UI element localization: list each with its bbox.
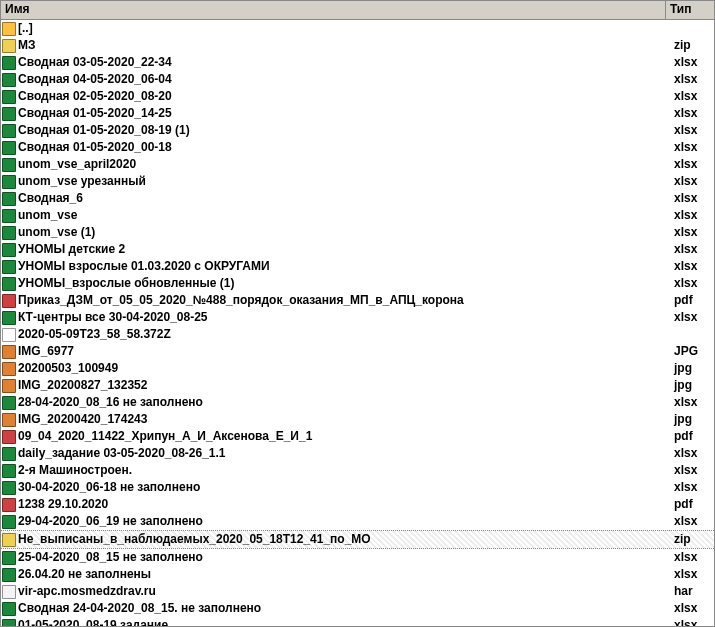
file-name: 25-04-2020_08_15 не заполнено [18, 549, 670, 566]
file-row[interactable]: Сводная 01-05-2020_14-25xlsx [1, 105, 714, 122]
file-type: xlsx [670, 258, 714, 275]
file-type: xlsx [670, 122, 714, 139]
file-row[interactable]: УНОМЫ детские 2xlsx [1, 241, 714, 258]
file-row[interactable]: Сводная 24-04-2020_08_15. не заполненоxl… [1, 600, 714, 617]
pdf-icon [2, 498, 16, 512]
file-name: 30-04-2020_06-18 не заполнено [18, 479, 670, 496]
file-row[interactable]: Не_выписаны_в_наблюдаемых_2020_05_18T12_… [1, 530, 714, 549]
file-type: jpg [670, 360, 714, 377]
up-icon [2, 22, 16, 36]
jpg-icon [2, 413, 16, 427]
column-headers: Имя Тип [1, 1, 714, 20]
file-row[interactable]: 09_04_2020_11422_Хрипун_А_И_Аксенова_Е_И… [1, 428, 714, 445]
file-type: xlsx [670, 462, 714, 479]
file-row[interactable]: daily_задание 03-05-2020_08-26_1.1xlsx [1, 445, 714, 462]
file-name: vir-apc.mosmedzdrav.ru [18, 583, 670, 600]
file-row[interactable]: unom_vse_april2020xlsx [1, 156, 714, 173]
xlsx-icon [2, 192, 16, 206]
file-row[interactable]: 30-04-2020_06-18 не заполненоxlsx [1, 479, 714, 496]
file-name: 09_04_2020_11422_Хрипун_А_И_Аксенова_Е_И… [18, 428, 670, 445]
file-row[interactable]: Приказ_ДЗМ_от_05_05_2020_№488_порядок_ок… [1, 292, 714, 309]
file-type: xlsx [670, 549, 714, 566]
jpg-icon [2, 362, 16, 376]
xlsx-icon [2, 107, 16, 121]
pdf-icon [2, 430, 16, 444]
file-name: IMG_20200827_132352 [18, 377, 670, 394]
xlsx-icon [2, 209, 16, 223]
blank-icon [2, 328, 16, 342]
file-row[interactable]: [..] [1, 20, 714, 37]
file-name: Сводная 04-05-2020_06-04 [18, 71, 670, 88]
xlsx-icon [2, 447, 16, 461]
file-name: КТ-центры все 30-04-2020_08-25 [18, 309, 670, 326]
file-type: xlsx [670, 105, 714, 122]
file-row[interactable]: IMG_20200827_132352jpg [1, 377, 714, 394]
jpg-icon [2, 345, 16, 359]
file-row[interactable]: 20200503_100949jpg [1, 360, 714, 377]
file-name: IMG_20200420_174243 [18, 411, 670, 428]
xlsx-icon [2, 602, 16, 616]
file-row[interactable]: КТ-центры все 30-04-2020_08-25xlsx [1, 309, 714, 326]
file-row[interactable]: УНОМЫ взрослые 01.03.2020 с ОКРУГАМИxlsx [1, 258, 714, 275]
file-type: xlsx [670, 513, 714, 530]
file-row[interactable]: 2-я Машиностроен.xlsx [1, 462, 714, 479]
file-type: jpg [670, 377, 714, 394]
file-name: Сводная 24-04-2020_08_15. не заполнено [18, 600, 670, 617]
column-header-type[interactable]: Тип [666, 1, 714, 19]
file-row[interactable]: 2020-05-09T23_58_58.372Z [1, 326, 714, 343]
file-type: xlsx [670, 566, 714, 583]
file-type: jpg [670, 411, 714, 428]
file-icon [2, 585, 16, 599]
file-row[interactable]: МЗzip [1, 37, 714, 54]
file-row[interactable]: IMG_20200420_174243jpg [1, 411, 714, 428]
file-name: УНОМЫ_взрослые обновленные (1) [18, 275, 670, 292]
file-row[interactable]: 01-05-2020_08-19 заданиеxlsx [1, 617, 714, 627]
file-panel: Имя Тип [..]МЗzipСводная 03-05-2020_22-3… [0, 0, 715, 627]
column-header-name[interactable]: Имя [1, 1, 666, 19]
file-name: [..] [18, 20, 670, 37]
file-type: pdf [670, 496, 714, 513]
file-row[interactable]: unom_vse (1)xlsx [1, 224, 714, 241]
file-row[interactable]: Сводная 01-05-2020_08-19 (1)xlsx [1, 122, 714, 139]
file-type: xlsx [670, 600, 714, 617]
file-name: УНОМЫ детские 2 [18, 241, 670, 258]
file-name: daily_задание 03-05-2020_08-26_1.1 [18, 445, 670, 462]
file-name: 2-я Машиностроен. [18, 462, 670, 479]
xlsx-icon [2, 56, 16, 70]
file-name: УНОМЫ взрослые 01.03.2020 с ОКРУГАМИ [18, 258, 670, 275]
file-row[interactable]: IMG_6977JPG [1, 343, 714, 360]
xlsx-icon [2, 481, 16, 495]
file-type: xlsx [670, 445, 714, 462]
file-row[interactable]: unom_vsexlsx [1, 207, 714, 224]
file-row[interactable]: vir-apc.mosmedzdrav.ruhar [1, 583, 714, 600]
file-row[interactable]: 26.04.20 не заполненыxlsx [1, 566, 714, 583]
file-row[interactable]: Сводная_6xlsx [1, 190, 714, 207]
file-name: 1238 29.10.2020 [18, 496, 670, 513]
file-type: xlsx [670, 156, 714, 173]
file-type: xlsx [670, 479, 714, 496]
file-type: xlsx [670, 241, 714, 258]
xlsx-icon [2, 158, 16, 172]
file-name: 01-05-2020_08-19 задание [18, 617, 670, 627]
file-name: 26.04.20 не заполнены [18, 566, 670, 583]
zip-icon [2, 533, 16, 547]
xlsx-icon [2, 619, 16, 628]
file-row[interactable]: УНОМЫ_взрослые обновленные (1)xlsx [1, 275, 714, 292]
xlsx-icon [2, 396, 16, 410]
xlsx-icon [2, 551, 16, 565]
file-row[interactable]: 29-04-2020_06_19 не заполненоxlsx [1, 513, 714, 530]
file-row[interactable]: Сводная 04-05-2020_06-04xlsx [1, 71, 714, 88]
file-row[interactable]: Сводная 02-05-2020_08-20xlsx [1, 88, 714, 105]
file-type: xlsx [670, 309, 714, 326]
file-row[interactable]: 28-04-2020_08_16 не заполненоxlsx [1, 394, 714, 411]
file-type: xlsx [670, 88, 714, 105]
xlsx-icon [2, 277, 16, 291]
file-row[interactable]: Сводная 01-05-2020_00-18xlsx [1, 139, 714, 156]
file-name: unom_vse [18, 207, 670, 224]
file-row[interactable]: 1238 29.10.2020pdf [1, 496, 714, 513]
file-row[interactable]: 25-04-2020_08_15 не заполненоxlsx [1, 549, 714, 566]
xlsx-icon [2, 73, 16, 87]
file-name: unom_vse_april2020 [18, 156, 670, 173]
file-row[interactable]: unom_vse урезанныйxlsx [1, 173, 714, 190]
file-row[interactable]: Сводная 03-05-2020_22-34xlsx [1, 54, 714, 71]
